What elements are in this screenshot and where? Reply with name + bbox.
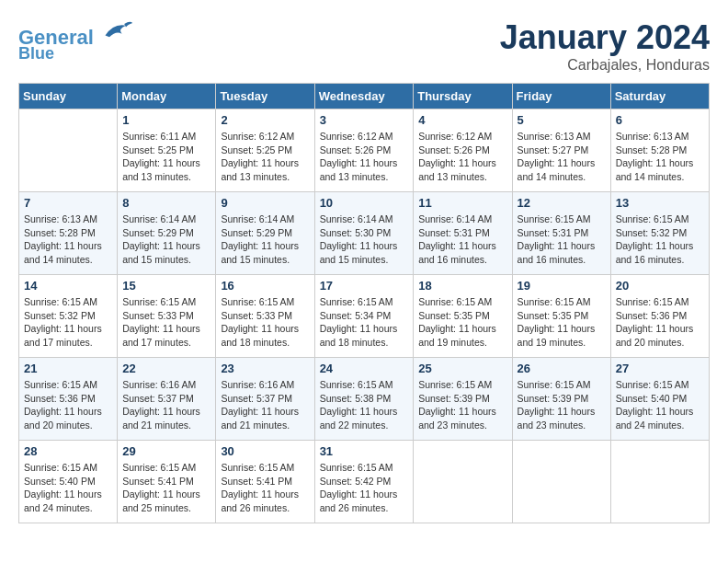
day-cell: 5Sunrise: 6:13 AM Sunset: 5:27 PM Daylig… — [512, 109, 610, 192]
day-number: 2 — [221, 113, 309, 127]
day-number: 28 — [24, 444, 112, 458]
day-info: Sunrise: 6:13 AM Sunset: 5:28 PM Dayligh… — [24, 213, 112, 267]
day-number: 9 — [221, 196, 309, 210]
day-info: Sunrise: 6:12 AM Sunset: 5:26 PM Dayligh… — [320, 130, 409, 184]
day-number: 20 — [616, 279, 704, 293]
col-header-monday: Monday — [118, 84, 216, 109]
day-cell: 25Sunrise: 6:15 AM Sunset: 5:39 PM Dayli… — [414, 358, 512, 441]
day-info: Sunrise: 6:13 AM Sunset: 5:27 PM Dayligh… — [518, 130, 606, 184]
logo: General Blue — [18, 18, 134, 63]
day-cell — [610, 441, 709, 523]
day-cell: 3Sunrise: 6:12 AM Sunset: 5:26 PM Daylig… — [314, 109, 414, 192]
day-cell: 30Sunrise: 6:15 AM Sunset: 5:41 PM Dayli… — [216, 441, 314, 523]
day-cell: 28Sunrise: 6:15 AM Sunset: 5:40 PM Dayli… — [19, 441, 118, 523]
day-cell: 13Sunrise: 6:15 AM Sunset: 5:32 PM Dayli… — [610, 192, 709, 275]
day-cell: 4Sunrise: 6:12 AM Sunset: 5:26 PM Daylig… — [414, 109, 512, 192]
day-info: Sunrise: 6:12 AM Sunset: 5:26 PM Dayligh… — [418, 130, 506, 184]
calendar-table: SundayMondayTuesdayWednesdayThursdayFrid… — [18, 83, 710, 523]
day-info: Sunrise: 6:12 AM Sunset: 5:25 PM Dayligh… — [221, 130, 309, 184]
day-cell: 16Sunrise: 6:15 AM Sunset: 5:33 PM Dayli… — [216, 275, 314, 358]
day-cell: 24Sunrise: 6:15 AM Sunset: 5:38 PM Dayli… — [314, 358, 414, 441]
day-cell: 15Sunrise: 6:15 AM Sunset: 5:33 PM Dayli… — [118, 275, 216, 358]
day-info: Sunrise: 6:15 AM Sunset: 5:38 PM Dayligh… — [320, 378, 409, 432]
day-info: Sunrise: 6:16 AM Sunset: 5:37 PM Dayligh… — [122, 378, 210, 432]
day-number: 22 — [122, 362, 210, 375]
day-info: Sunrise: 6:14 AM Sunset: 5:29 PM Dayligh… — [122, 213, 210, 267]
week-row-1: 1Sunrise: 6:11 AM Sunset: 5:25 PM Daylig… — [19, 109, 710, 192]
page-header: General Blue January 2024 Carbajales, Ho… — [18, 18, 710, 74]
day-info: Sunrise: 6:15 AM Sunset: 5:31 PM Dayligh… — [518, 213, 606, 267]
day-cell: 27Sunrise: 6:15 AM Sunset: 5:40 PM Dayli… — [610, 358, 709, 441]
day-number: 11 — [418, 196, 506, 210]
day-cell: 26Sunrise: 6:15 AM Sunset: 5:39 PM Dayli… — [512, 358, 610, 441]
day-cell — [414, 441, 512, 523]
day-number: 15 — [122, 279, 210, 293]
day-cell: 12Sunrise: 6:15 AM Sunset: 5:31 PM Dayli… — [512, 192, 610, 275]
day-info: Sunrise: 6:16 AM Sunset: 5:37 PM Dayligh… — [221, 378, 309, 432]
day-number: 29 — [122, 444, 210, 458]
day-number: 24 — [320, 362, 409, 375]
day-info: Sunrise: 6:15 AM Sunset: 5:39 PM Dayligh… — [518, 378, 606, 432]
day-number: 27 — [616, 362, 704, 375]
day-cell: 1Sunrise: 6:11 AM Sunset: 5:25 PM Daylig… — [118, 109, 216, 192]
title-block: January 2024 Carbajales, Honduras — [500, 18, 710, 74]
day-number: 30 — [221, 444, 309, 458]
day-cell: 8Sunrise: 6:14 AM Sunset: 5:29 PM Daylig… — [118, 192, 216, 275]
week-row-3: 14Sunrise: 6:15 AM Sunset: 5:32 PM Dayli… — [19, 275, 710, 358]
day-info: Sunrise: 6:15 AM Sunset: 5:33 PM Dayligh… — [221, 295, 309, 350]
day-cell: 7Sunrise: 6:13 AM Sunset: 5:28 PM Daylig… — [19, 192, 118, 275]
day-cell: 31Sunrise: 6:15 AM Sunset: 5:42 PM Dayli… — [314, 441, 414, 523]
day-number: 26 — [518, 362, 606, 375]
day-info: Sunrise: 6:15 AM Sunset: 5:39 PM Dayligh… — [418, 378, 506, 432]
week-row-2: 7Sunrise: 6:13 AM Sunset: 5:28 PM Daylig… — [19, 192, 710, 275]
day-info: Sunrise: 6:14 AM Sunset: 5:29 PM Dayligh… — [221, 213, 309, 267]
col-header-wednesday: Wednesday — [314, 84, 414, 109]
day-cell: 9Sunrise: 6:14 AM Sunset: 5:29 PM Daylig… — [216, 192, 314, 275]
day-cell: 20Sunrise: 6:15 AM Sunset: 5:36 PM Dayli… — [610, 275, 709, 358]
day-cell: 6Sunrise: 6:13 AM Sunset: 5:28 PM Daylig… — [610, 109, 709, 192]
day-info: Sunrise: 6:15 AM Sunset: 5:42 PM Dayligh… — [320, 461, 409, 515]
day-cell: 14Sunrise: 6:15 AM Sunset: 5:32 PM Dayli… — [19, 275, 118, 358]
day-info: Sunrise: 6:15 AM Sunset: 5:35 PM Dayligh… — [518, 295, 606, 350]
day-cell: 11Sunrise: 6:14 AM Sunset: 5:31 PM Dayli… — [414, 192, 512, 275]
col-header-saturday: Saturday — [610, 84, 709, 109]
day-cell: 29Sunrise: 6:15 AM Sunset: 5:41 PM Dayli… — [118, 441, 216, 523]
day-info: Sunrise: 6:13 AM Sunset: 5:28 PM Dayligh… — [616, 130, 704, 184]
day-info: Sunrise: 6:15 AM Sunset: 5:32 PM Dayligh… — [24, 295, 112, 350]
col-header-friday: Friday — [512, 84, 610, 109]
day-cell — [512, 441, 610, 523]
day-number: 12 — [518, 196, 606, 210]
day-cell: 22Sunrise: 6:16 AM Sunset: 5:37 PM Dayli… — [118, 358, 216, 441]
day-number: 25 — [418, 362, 506, 375]
day-cell: 21Sunrise: 6:15 AM Sunset: 5:36 PM Dayli… — [19, 358, 118, 441]
day-number: 3 — [320, 113, 409, 127]
day-cell: 18Sunrise: 6:15 AM Sunset: 5:35 PM Dayli… — [414, 275, 512, 358]
day-number: 6 — [616, 113, 704, 127]
day-cell: 17Sunrise: 6:15 AM Sunset: 5:34 PM Dayli… — [314, 275, 414, 358]
day-info: Sunrise: 6:15 AM Sunset: 5:40 PM Dayligh… — [24, 461, 112, 515]
day-info: Sunrise: 6:15 AM Sunset: 5:36 PM Dayligh… — [616, 295, 704, 350]
day-number: 10 — [320, 196, 409, 210]
day-info: Sunrise: 6:14 AM Sunset: 5:30 PM Dayligh… — [320, 213, 409, 267]
week-row-5: 28Sunrise: 6:15 AM Sunset: 5:40 PM Dayli… — [19, 441, 710, 523]
day-number: 7 — [24, 196, 112, 210]
week-row-4: 21Sunrise: 6:15 AM Sunset: 5:36 PM Dayli… — [19, 358, 710, 441]
day-cell: 19Sunrise: 6:15 AM Sunset: 5:35 PM Dayli… — [512, 275, 610, 358]
day-cell — [19, 109, 118, 192]
day-cell: 10Sunrise: 6:14 AM Sunset: 5:30 PM Dayli… — [314, 192, 414, 275]
day-info: Sunrise: 6:14 AM Sunset: 5:31 PM Dayligh… — [418, 213, 506, 267]
day-info: Sunrise: 6:15 AM Sunset: 5:36 PM Dayligh… — [24, 378, 112, 432]
day-number: 13 — [616, 196, 704, 210]
day-number: 19 — [518, 279, 606, 293]
col-header-thursday: Thursday — [414, 84, 512, 109]
calendar-header-row: SundayMondayTuesdayWednesdayThursdayFrid… — [19, 84, 710, 109]
day-number: 4 — [418, 113, 506, 127]
day-number: 23 — [221, 362, 309, 375]
day-number: 18 — [418, 279, 506, 293]
day-number: 17 — [320, 279, 409, 293]
day-number: 31 — [320, 444, 409, 458]
day-info: Sunrise: 6:15 AM Sunset: 5:34 PM Dayligh… — [320, 295, 409, 350]
day-number: 14 — [24, 279, 112, 293]
day-info: Sunrise: 6:15 AM Sunset: 5:40 PM Dayligh… — [616, 378, 704, 432]
day-info: Sunrise: 6:15 AM Sunset: 5:41 PM Dayligh… — [221, 461, 309, 515]
